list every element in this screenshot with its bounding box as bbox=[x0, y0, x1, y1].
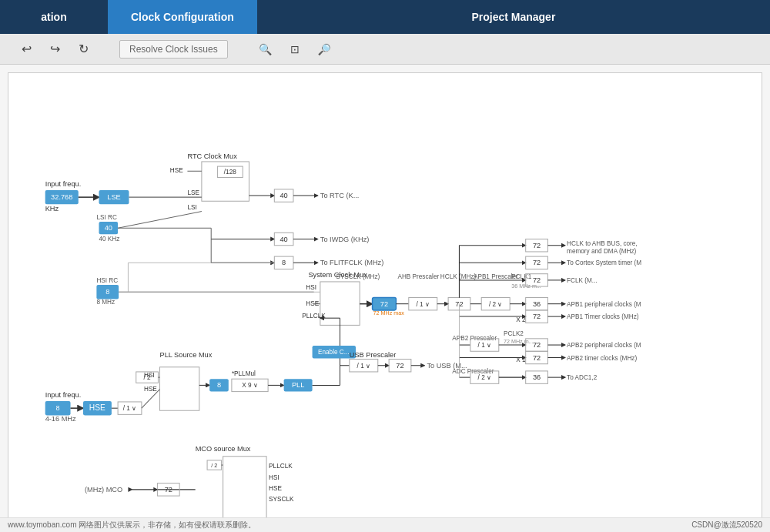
nav-item-pinout[interactable]: ation bbox=[0, 0, 108, 34]
svg-text:HSI: HSI bbox=[306, 284, 316, 291]
svg-text:(MHz) MCO: (MHz) MCO bbox=[85, 486, 122, 494]
svg-text:RTC Clock Mux: RTC Clock Mux bbox=[187, 152, 237, 160]
svg-text:To IWDG (KHz): To IWDG (KHz) bbox=[320, 236, 370, 243]
svg-text:Input frequ.: Input frequ. bbox=[45, 180, 82, 188]
svg-text:8 MHz: 8 MHz bbox=[96, 299, 115, 306]
svg-text:/ 2: / 2 bbox=[144, 374, 152, 381]
svg-text:PLL Source Mux: PLL Source Mux bbox=[160, 351, 213, 359]
svg-text:72: 72 bbox=[533, 242, 541, 249]
svg-text:HSI RC: HSI RC bbox=[96, 277, 118, 284]
svg-text:PLLCLK: PLLCLK bbox=[269, 463, 293, 470]
svg-text:8: 8 bbox=[282, 259, 286, 266]
svg-text:8: 8 bbox=[56, 404, 60, 412]
svg-text:APB1 Timer clocks (MHz): APB1 Timer clocks (MHz) bbox=[567, 313, 639, 320]
main-area: Input frequ. 32.768 KHz LSE LSI RC 40 40… bbox=[0, 65, 770, 532]
svg-text:/ 1 ∨: / 1 ∨ bbox=[123, 405, 136, 412]
svg-text:72 MHz m...: 72 MHz m... bbox=[504, 339, 534, 345]
svg-text:72: 72 bbox=[165, 486, 172, 494]
refresh-button[interactable]: ↻ bbox=[72, 38, 95, 59]
svg-text:72: 72 bbox=[533, 313, 541, 320]
svg-text:/ 2 ∨: / 2 ∨ bbox=[489, 301, 502, 308]
svg-text:To USB (M...: To USB (M... bbox=[427, 362, 467, 370]
svg-text:To ADC1,2: To ADC1,2 bbox=[567, 374, 598, 381]
zoom-out-icon: 🔍 bbox=[318, 43, 331, 55]
svg-text:/ 1 ∨: / 1 ∨ bbox=[417, 301, 430, 308]
zoom-in-icon: 🔍 bbox=[259, 43, 272, 55]
redo-icon: ↪ bbox=[50, 42, 60, 56]
svg-text:*PLLMul: *PLLMul bbox=[232, 370, 256, 377]
fit-icon: ⊡ bbox=[290, 43, 300, 55]
svg-text:FCLK (M...: FCLK (M... bbox=[567, 277, 598, 284]
svg-text:36: 36 bbox=[533, 373, 541, 381]
svg-text:8: 8 bbox=[217, 381, 221, 389]
svg-text:HCLK (MHz): HCLK (MHz) bbox=[440, 273, 477, 280]
svg-text:To FLITFCLK (MHz): To FLITFCLK (MHz) bbox=[320, 259, 383, 266]
svg-text:40: 40 bbox=[280, 236, 287, 243]
svg-text:PCLK2: PCLK2 bbox=[504, 330, 524, 337]
svg-text:LSE: LSE bbox=[107, 193, 120, 201]
svg-text:HSI: HSI bbox=[269, 474, 280, 481]
svg-text:PLLCLK: PLLCLK bbox=[302, 313, 326, 320]
svg-text:X 1: X 1 bbox=[516, 356, 526, 363]
svg-text:LSE: LSE bbox=[187, 189, 199, 196]
footer: www.toymoban.com 网络图片仅供展示，非存储，如有侵权请联系删除。… bbox=[0, 517, 770, 532]
svg-text:HSE: HSE bbox=[269, 485, 282, 492]
svg-text:/128: /128 bbox=[224, 169, 236, 176]
zoom-in-button[interactable]: 🔍 bbox=[253, 40, 278, 59]
nav-bar: ation Clock Configuration Project Manage… bbox=[0, 0, 770, 34]
svg-text:APB2 timer clocks (MHz): APB2 timer clocks (MHz) bbox=[567, 355, 637, 362]
svg-text:/ 2: / 2 bbox=[211, 463, 217, 469]
svg-text:72: 72 bbox=[533, 341, 541, 349]
svg-text:40: 40 bbox=[105, 224, 112, 232]
zoom-out-button[interactable]: 🔍 bbox=[312, 40, 337, 59]
svg-text:4-16 MHz: 4-16 MHz bbox=[45, 415, 76, 423]
svg-text:APB1 peripheral clocks (M: APB1 peripheral clocks (M bbox=[567, 301, 641, 308]
svg-text:X 2: X 2 bbox=[516, 316, 526, 323]
footer-right-text: CSDN@激流520520 bbox=[691, 520, 762, 530]
svg-text:HSE: HSE bbox=[170, 167, 183, 174]
svg-text:SYSCLK: SYSCLK bbox=[269, 496, 294, 503]
resolve-clock-button[interactable]: Resolve Clock Issues bbox=[119, 40, 228, 59]
toolbar: ↩ ↪ ↻ Resolve Clock Issues 🔍 ⊡ 🔍 bbox=[0, 34, 770, 65]
svg-text:Input frequ.: Input frequ. bbox=[45, 391, 82, 399]
svg-text:/ 1 ∨: / 1 ∨ bbox=[357, 363, 370, 370]
svg-text:40: 40 bbox=[280, 192, 287, 199]
fit-button[interactable]: ⊡ bbox=[284, 40, 306, 59]
svg-text:Enable C...: Enable C... bbox=[318, 349, 350, 356]
svg-text:/ 1 ∨: / 1 ∨ bbox=[478, 342, 491, 349]
svg-text:72: 72 bbox=[396, 362, 403, 370]
svg-text:KHz: KHz bbox=[45, 205, 59, 212]
clock-diagram-svg: Input frequ. 32.768 KHz LSE LSI RC 40 40… bbox=[8, 73, 762, 524]
redo-button[interactable]: ↪ bbox=[44, 38, 66, 59]
svg-text:40 KHz: 40 KHz bbox=[99, 236, 119, 243]
svg-text:72: 72 bbox=[533, 276, 541, 284]
svg-text:memory and DMA (MHz): memory and DMA (MHz) bbox=[567, 248, 637, 255]
undo-button[interactable]: ↩ bbox=[15, 38, 38, 59]
svg-text:PLL: PLL bbox=[292, 381, 304, 389]
svg-text:72: 72 bbox=[533, 259, 541, 266]
svg-text:32.768: 32.768 bbox=[51, 193, 72, 201]
svg-text:72: 72 bbox=[533, 354, 541, 362]
svg-text:36: 36 bbox=[533, 300, 541, 308]
svg-text:HSE: HSE bbox=[144, 386, 157, 393]
svg-text:To RTC (K...: To RTC (K... bbox=[320, 192, 360, 199]
svg-text:HSE: HSE bbox=[89, 403, 105, 412]
diagram-container[interactable]: Input frequ. 32.768 KHz LSE LSI RC 40 40… bbox=[8, 72, 762, 524]
svg-text:MCO source Mux: MCO source Mux bbox=[196, 445, 251, 453]
svg-text:LSI RC: LSI RC bbox=[96, 214, 117, 221]
svg-text:AHB Prescaler: AHB Prescaler bbox=[397, 273, 439, 280]
svg-text:72: 72 bbox=[380, 300, 388, 308]
refresh-icon: ↻ bbox=[79, 42, 89, 56]
svg-text:X 9 ∨: X 9 ∨ bbox=[242, 382, 258, 389]
svg-text:To Cortex System timer (M: To Cortex System timer (M bbox=[567, 259, 641, 266]
svg-text:APB2 peripheral clocks (M: APB2 peripheral clocks (M bbox=[567, 342, 641, 349]
svg-text:8: 8 bbox=[105, 288, 109, 296]
svg-text:SYSCLK (MHz): SYSCLK (MHz) bbox=[336, 273, 380, 280]
nav-item-project[interactable]: Project Manager bbox=[257, 0, 770, 34]
svg-text:/ 2 ∨: / 2 ∨ bbox=[478, 374, 491, 381]
svg-text:HCLK to AHB BUS, core,: HCLK to AHB BUS, core, bbox=[567, 240, 638, 247]
nav-item-clock[interactable]: Clock Configuration bbox=[108, 0, 257, 34]
undo-icon: ↩ bbox=[22, 42, 32, 56]
svg-text:72 MHz max: 72 MHz max bbox=[373, 310, 405, 316]
svg-text:USB Prescaler: USB Prescaler bbox=[350, 351, 396, 359]
